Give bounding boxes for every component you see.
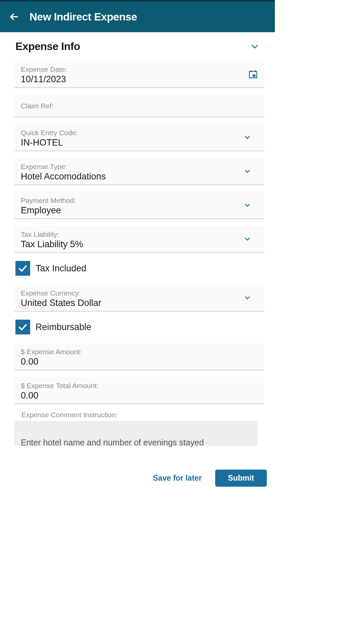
field-value: Hotel Accomodations	[21, 171, 257, 182]
tax-included-row: Tax Included	[15, 260, 267, 276]
field-value: IN-HOTEL	[21, 138, 257, 148]
tax-included-checkbox[interactable]	[15, 261, 30, 276]
back-button[interactable]	[8, 11, 20, 23]
chevron-down-icon	[244, 294, 251, 301]
comment-label: Expense Comment Instruction:	[21, 411, 267, 419]
calendar-icon[interactable]	[248, 69, 258, 79]
field-label: Tax Liability:	[21, 230, 257, 238]
quick-entry-field[interactable]: Quick Entry Code: IN-HOTEL	[14, 124, 264, 151]
field-value: 0.00	[21, 357, 257, 367]
reimbursable-row: Reimbursable	[15, 318, 267, 334]
field-label: Expense Type:	[21, 163, 257, 171]
payment-method-field[interactable]: Payment Method: Employee	[14, 192, 264, 219]
field-value: United States Dollar	[21, 298, 257, 308]
field-label: Quick Entry Code:	[21, 129, 257, 137]
check-icon	[17, 263, 28, 274]
page-title: New Indirect Expense	[29, 11, 137, 23]
field-value: 0.00	[21, 390, 257, 401]
checkbox-label: Tax Included	[36, 263, 86, 274]
tax-liability-field[interactable]: Tax Liability: Tax Liability 5%	[14, 226, 264, 253]
field-value: 10/11/2023	[21, 74, 257, 85]
claim-ref-field[interactable]: Claim Ref:	[14, 95, 264, 117]
save-for-later-button[interactable]: Save for later	[153, 474, 202, 483]
field-label: Payment Method:	[21, 197, 257, 205]
check-icon	[17, 322, 28, 332]
checkbox-label: Reimbursable	[36, 322, 92, 332]
app-header: New Indirect Expense	[0, 1, 275, 32]
field-label: Expense Currency:	[21, 289, 257, 297]
expense-date-field[interactable]: Expense Date: 10/11/2023	[14, 61, 264, 88]
svg-rect-1	[253, 74, 255, 77]
chevron-down-icon	[244, 236, 251, 243]
arrow-left-icon	[8, 11, 20, 23]
field-value: Tax Liability 5%	[21, 239, 257, 250]
chevron-down-icon	[244, 168, 251, 175]
comment-input[interactable]: Enter hotel name and number of evenings …	[14, 421, 257, 446]
chevron-down-icon	[244, 134, 251, 141]
chevron-down-icon	[250, 42, 259, 51]
field-label: $ Expense Amount:	[21, 348, 257, 356]
section-title: Expense Info	[15, 40, 80, 53]
section-header[interactable]: Expense Info	[8, 32, 267, 61]
expense-type-field[interactable]: Expense Type: Hotel Accomodations	[14, 158, 264, 185]
field-label: Expense Date:	[21, 65, 257, 73]
content: Expense Info Expense Date: 10/11/2023 Cl…	[0, 32, 275, 446]
reimbursable-checkbox[interactable]	[15, 320, 30, 334]
submit-button[interactable]: Submit	[215, 470, 267, 487]
currency-field[interactable]: Expense Currency: United States Dollar	[14, 284, 264, 312]
field-label: Claim Ref:	[21, 102, 257, 110]
field-value: Employee	[21, 205, 257, 216]
bottom-bar: Save for later Submit	[0, 468, 275, 488]
chevron-down-icon	[244, 202, 251, 209]
field-label: $ Expense Total Amount:	[21, 382, 257, 390]
total-amount-field[interactable]: $ Expense Total Amount: 0.00	[14, 377, 264, 404]
expense-amount-field[interactable]: $ Expense Amount: 0.00	[14, 343, 264, 370]
